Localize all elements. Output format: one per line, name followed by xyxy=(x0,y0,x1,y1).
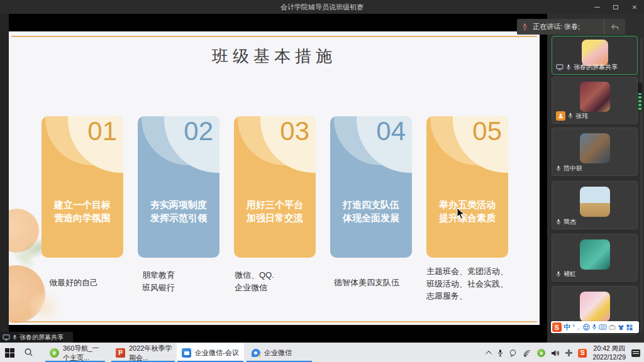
participant-name: 张玮 xyxy=(575,112,588,121)
card-number: 04 xyxy=(376,116,406,146)
taskbar-app-label: 360导航_一个主页... xyxy=(63,344,106,362)
minimize-icon xyxy=(594,7,600,8)
window-title: 会计学院辅导员说班级初赛 xyxy=(0,0,644,14)
taskbar-app-label: 2022年秋季学期会... xyxy=(129,344,175,362)
participant-tile[interactable]: 范中获 xyxy=(552,128,638,176)
avatar xyxy=(580,133,610,163)
tray-360-icon[interactable]: e xyxy=(537,349,545,357)
participant-name: 范中获 xyxy=(564,164,582,173)
tray-wecom-icon[interactable] xyxy=(509,349,517,357)
screen-share-icon xyxy=(556,64,564,70)
participant-tile-sharer[interactable]: 张春的屏幕共享 xyxy=(552,36,638,75)
maximize-button[interactable] xyxy=(606,0,625,14)
host-badge-icon xyxy=(556,111,565,121)
taskbar-app-wecom-meeting[interactable]: 企业微信-会议 xyxy=(177,343,244,362)
ime-language-mode-icon[interactable]: 中 xyxy=(564,322,570,332)
measure-card-1: 01 建立一个目标 营造向学氛围 xyxy=(42,116,123,258)
card-number: 01 xyxy=(87,116,117,146)
collapse-banner-button[interactable] xyxy=(604,19,625,35)
wecom-meeting-icon xyxy=(182,348,191,358)
clock-time: 20:42 周四 xyxy=(592,344,626,353)
speaking-mic-icon xyxy=(522,23,528,31)
tray-network-signal-icon[interactable] xyxy=(523,349,531,357)
card-title: 举办五类活动 提升综合素质 xyxy=(426,198,508,226)
participant-tile[interactable]: 张玮 xyxy=(552,77,638,124)
mouse-cursor xyxy=(457,207,465,219)
speaking-banner: 正在讲话: 张春; xyxy=(517,19,625,35)
ime-voice-icon[interactable] xyxy=(592,324,597,331)
sogou-logo-icon[interactable]: S xyxy=(552,322,562,332)
taskbar-app-label: 企业微信 xyxy=(264,348,292,358)
taskbar-app-powerpoint[interactable]: P 2022年秋季学期会... xyxy=(111,343,175,362)
mic-icon xyxy=(556,219,561,226)
minimize-button[interactable] xyxy=(587,0,606,14)
taskbar-app-label: 企业微信-会议 xyxy=(195,348,239,358)
card-number: 03 xyxy=(280,116,309,146)
taskbar-search-button[interactable] xyxy=(24,348,33,359)
measure-card-3: 03 用好三个平台 加强日常交流 xyxy=(234,116,316,258)
card-caption-4: 德智体美四支队伍 xyxy=(334,277,399,289)
presentation-slide: 班级基本措施 01 建立一个目标 营造向学氛围 02 夯实两项制度 发挥示范引领… xyxy=(9,31,540,325)
screen-share-icon xyxy=(3,334,10,341)
mic-icon xyxy=(556,165,561,172)
wecom-icon xyxy=(251,348,260,358)
mic-icon xyxy=(556,271,561,278)
start-button[interactable] xyxy=(5,348,15,358)
tray-expand-chevron[interactable] xyxy=(487,351,492,355)
mic-icon xyxy=(568,112,573,119)
share-overlay-text: 张春的屏幕共享 xyxy=(19,333,64,342)
tray-volume-icon[interactable] xyxy=(551,349,560,357)
slide-accent-line-top xyxy=(11,36,537,37)
close-icon: ✕ xyxy=(632,4,637,11)
card-number: 05 xyxy=(472,116,502,146)
ime-keyboard-icon[interactable] xyxy=(599,324,607,330)
measure-card-4: 04 打造四支队伍 体现全面发展 xyxy=(330,116,412,258)
speaking-label: 正在讲话: 张春; xyxy=(533,22,604,31)
participant-tile[interactable]: 简杰 xyxy=(552,181,638,229)
mic-icon xyxy=(13,334,17,341)
avatar xyxy=(580,187,610,217)
card-title: 用好三个平台 加强日常交流 xyxy=(234,198,316,226)
card-title: 建立一个目标 营造向学氛围 xyxy=(42,198,123,226)
card-title: 打造四支队伍 体现全面发展 xyxy=(330,198,412,226)
ime-toolbox-icon[interactable] xyxy=(609,324,616,330)
avatar xyxy=(582,40,608,66)
participant-name: 张春的屏幕共享 xyxy=(574,63,618,72)
participant-tile[interactable]: 褚虹 xyxy=(552,234,638,282)
measure-card-2: 02 夯实两项制度 发挥示范引领 xyxy=(138,116,219,258)
tray-ime-indicator-icon[interactable] xyxy=(565,349,572,356)
card-caption-5: 主题班会、党团活动、 班级活动、社会实践、 志愿服务、 xyxy=(426,265,508,302)
clock-date: 2022/12/29 xyxy=(592,353,626,362)
ime-emoji-icon[interactable] xyxy=(583,324,590,331)
window-titlebar: 会计学院辅导员说班级初赛 ✕ xyxy=(0,0,644,14)
powerpoint-icon: P xyxy=(116,348,125,358)
search-icon xyxy=(24,348,33,357)
participants-sidebar: 张春的屏幕共享 张玮 范中获 xyxy=(547,14,644,343)
screen-share-stage: 班级基本措施 01 建立一个目标 营造向学氛围 02 夯实两项制度 发挥示范引领… xyxy=(9,14,547,343)
tray-mic-icon[interactable] xyxy=(497,349,503,357)
card-caption-2: 朋辈教育 班风银行 xyxy=(142,269,175,293)
taskbar-clock[interactable]: 20:42 周四 2022/12/29 xyxy=(592,344,626,361)
windows-taskbar: e 360导航_一个主页... P 2022年秋季学期会... 企业微信-会议 … xyxy=(0,343,644,362)
ime-toolbar[interactable]: S 中 °， xyxy=(551,321,639,333)
taskbar-app-wecom[interactable]: 企业微信 xyxy=(246,343,313,362)
close-button[interactable]: ✕ xyxy=(625,0,644,14)
card-number: 02 xyxy=(184,116,213,146)
mic-icon xyxy=(566,64,571,71)
maximize-icon xyxy=(613,5,618,9)
sidebar-scrollbar[interactable] xyxy=(640,38,643,333)
taskbar-app-360-browser[interactable]: e 360导航_一个主页... xyxy=(45,343,106,362)
audio-level-meter xyxy=(638,83,642,111)
ime-punctuation-icon[interactable]: °， xyxy=(572,323,581,332)
avatar xyxy=(580,292,610,322)
slide-title: 班级基本措施 xyxy=(9,45,540,67)
measure-card-5: 05 举办五类活动 提升综合素质 xyxy=(426,116,508,258)
reply-arrow-icon xyxy=(611,23,619,30)
tray-sogou-icon[interactable]: S xyxy=(578,349,587,358)
avatar xyxy=(580,82,610,112)
ime-apps-grid-icon[interactable] xyxy=(626,324,633,331)
action-center-icon[interactable] xyxy=(631,349,640,357)
avatar xyxy=(580,239,610,270)
ime-skin-icon[interactable] xyxy=(618,324,625,331)
card-title: 夯实两项制度 发挥示范引领 xyxy=(138,198,219,226)
